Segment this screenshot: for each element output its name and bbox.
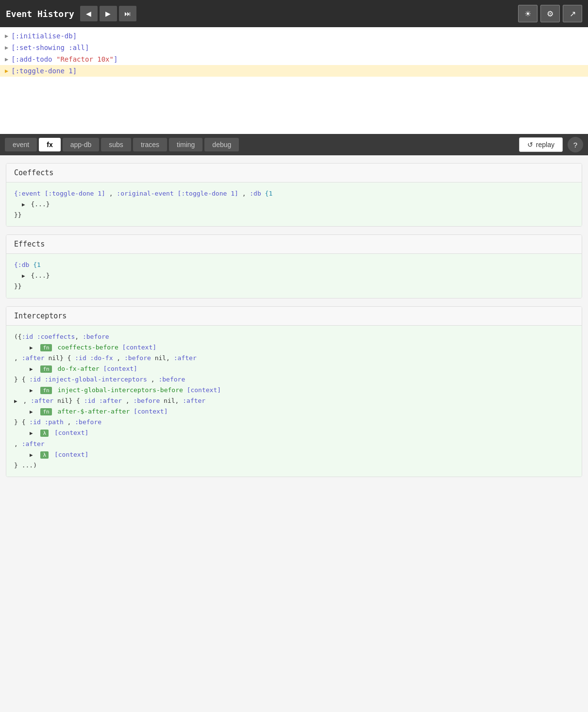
tree-toggle[interactable]: ▶ [30,452,33,458]
event-text: [:initialise-db] [11,32,77,40]
tree-toggle[interactable]: ▶ [30,345,33,351]
interceptor-item-4-sub: ▶ fn after-$-after-after [context] [14,406,574,417]
interceptor-item-4: ▶ , :after nil} { :id :after , :before n… [14,396,574,406]
effects-body: {:db {1 ▶ {...} }} [6,254,582,298]
chevron-icon-active: ▶ [5,67,8,74]
fn-badge: fn [40,387,51,394]
interceptor-item-2: , :after nil} { :id :do-fx , :before nil… [14,353,574,364]
interceptor-item-3: } { :id :inject-global-interceptors , :b… [14,374,574,385]
interceptors-section: Interceptors ({:id :coeffects, :before ▶… [6,306,582,477]
list-item[interactable]: ▶ [:add-todo "Refactor 10x"] [0,53,588,65]
lambda-badge: λ [40,430,49,437]
lambda-badge: λ [40,451,49,459]
interceptor-closing: } ...) [14,460,574,471]
effects-line3: }} [14,281,574,292]
event-text-active: [:toggle-done 1] [11,67,77,75]
event-text: [:set-showing :all] [11,44,89,51]
tab-traces[interactable]: traces [133,138,167,151]
interceptors-header: Interceptors [6,307,582,326]
interceptor-item-5-sub: ▶ λ [context] [14,428,574,438]
nav-prev-button[interactable]: ◀ [80,6,98,21]
tree-toggle[interactable]: ▶ [22,273,25,279]
interceptor-item-5: } { :id :path , :before [14,417,574,428]
tab-timing[interactable]: timing [169,138,202,151]
interceptor-item-6-sub: ▶ λ [context] [14,449,574,460]
external-icon-button[interactable]: ↗ [563,5,582,22]
app-title: Event History [6,9,74,19]
chevron-icon: ▶ [5,33,8,39]
tab-fx[interactable]: fx [39,138,60,151]
sun-icon-button[interactable]: ☀ [518,5,538,22]
interceptor-item-1: ({:id :coeffects, :before [14,331,574,342]
coeffects-header: Coeffects [6,164,582,182]
tab-app-db[interactable]: app-db [63,138,100,151]
chevron-icon: ▶ [5,56,8,63]
gear-icon-button[interactable]: ⚙ [540,5,560,22]
fn-badge: fn [40,365,51,373]
effects-header: Effects [6,235,582,254]
tab-event[interactable]: event [5,138,37,151]
effects-line2: ▶ {...} [14,270,574,281]
list-item-active[interactable]: ▶ [:toggle-done 1] [0,65,588,77]
tree-toggle[interactable]: ▶ [30,366,33,372]
help-label: ? [573,141,577,149]
event-text: [:add-todo "Refactor 10x"] [11,55,118,63]
interceptor-item-6: , :after [14,439,574,449]
nav-next-button[interactable]: ▶ [100,6,117,21]
interceptor-item-2-sub: ▶ fn do-fx-after [context] [14,364,574,374]
nav-last-button[interactable]: ⏭ [119,6,136,21]
replay-icon: ↺ [527,141,533,149]
tree-toggle[interactable]: ▶ [22,201,25,208]
interceptors-body: ({:id :coeffects, :before ▶ fn coeffects… [6,326,582,477]
tree-toggle[interactable]: ▶ [30,409,33,415]
help-button[interactable]: ? [568,137,583,152]
coeffects-line2: ▶ {...} [14,199,574,210]
coeffects-line1: {:event [:toggle-done 1] , :original-eve… [14,188,574,199]
effects-section: Effects {:db {1 ▶ {...} }} [6,234,582,298]
interceptor-item-3-sub: ▶ fn inject-global-interceptors-before [… [14,385,574,396]
list-item[interactable]: ▶ [:initialise-db] [0,30,588,42]
chevron-icon: ▶ [5,44,8,51]
effects-line1: {:db {1 [14,260,574,270]
coeffects-body: {:event [:toggle-done 1] , :original-eve… [6,182,582,226]
list-item[interactable]: ▶ [:set-showing :all] [0,42,588,53]
tab-subs[interactable]: subs [101,138,131,151]
sun-icon: ☀ [524,9,531,18]
coeffects-line3: }} [14,210,574,220]
header: Event History ◀ ▶ ⏭ ☀ ⚙ ↗ [0,0,588,27]
coeffects-section: Coeffects {:event [:toggle-done 1] , :or… [6,163,582,227]
tree-toggle[interactable]: ▶ [30,387,33,394]
replay-label: replay [536,141,554,149]
event-list: ▶ [:initialise-db] ▶ [:set-showing :all]… [0,27,588,134]
tree-toggle[interactable]: ▶ [14,398,17,404]
replay-button[interactable]: ↺ replay [519,137,563,152]
fn-badge: fn [40,344,51,351]
interceptor-item-1-sub: ▶ fn coeffects-before [context] [14,342,574,353]
gear-icon: ⚙ [547,9,554,18]
tree-toggle[interactable]: ▶ [30,430,33,436]
fn-badge: fn [40,408,51,415]
external-icon: ↗ [570,9,576,18]
content-area: Coeffects {:event [:toggle-done 1] , :or… [0,155,588,485]
tabs-bar: event fx app-db subs traces timing debug… [0,134,588,155]
tab-debug[interactable]: debug [204,138,239,151]
